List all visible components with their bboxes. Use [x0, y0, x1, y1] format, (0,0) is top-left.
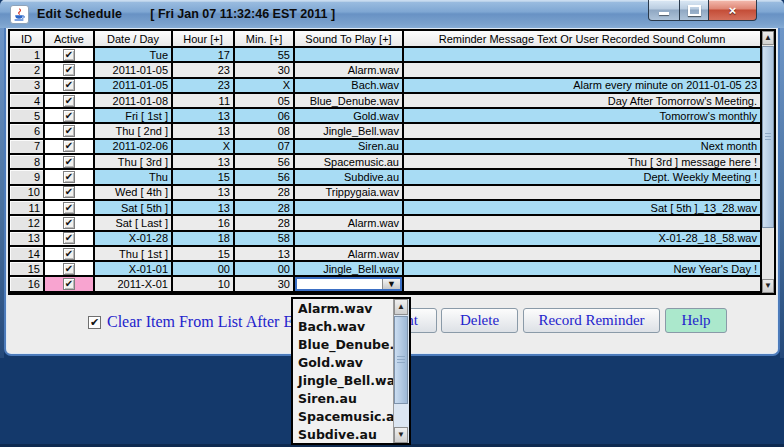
cell-id[interactable]: 4 [10, 94, 43, 107]
cell-date[interactable]: Thu [ 1st ] [95, 247, 171, 260]
cell-min[interactable]: 58 [235, 232, 293, 245]
dropdown-scrollbar[interactable]: ▲ ▼ [393, 299, 409, 443]
cell-sound[interactable] [295, 201, 402, 214]
cell-id[interactable]: 16 [10, 277, 43, 290]
cell-min[interactable]: 28 [235, 201, 293, 214]
cell-message[interactable]: Thu [ 3rd ] message here ! [404, 155, 760, 168]
cell-message[interactable]: Dept. Weekly Meeting ! [404, 170, 760, 183]
cell-message[interactable]: X-01-28_18_58.wav [404, 232, 760, 245]
cell-message[interactable]: New Year's Day ! [404, 262, 760, 275]
cell-message[interactable]: Tomorrow's monthly [404, 109, 760, 122]
cell-hour[interactable]: 10 [173, 277, 233, 290]
row-active-checkbox[interactable]: ✔ [63, 49, 75, 61]
cell-min[interactable]: 07 [235, 140, 293, 153]
row-active-checkbox[interactable]: ✔ [63, 125, 75, 137]
cell-date[interactable]: Thu [ 2nd ] [95, 124, 171, 137]
dropdown-item[interactable]: Siren.au [293, 389, 393, 407]
column-header-active[interactable]: Active [45, 31, 93, 46]
cell-active[interactable]: ✔ [45, 109, 93, 122]
cell-id[interactable]: 2 [10, 63, 43, 76]
cell-date[interactable]: Thu [95, 170, 171, 183]
cell-hour[interactable]: 00 [173, 262, 233, 275]
cell-active[interactable]: ✔ [45, 186, 93, 199]
cell-hour[interactable]: 15 [173, 247, 233, 260]
cell-active[interactable]: ✔ [45, 247, 93, 260]
table-scrollbar[interactable]: ▲ ▼ [760, 31, 774, 293]
cell-date[interactable]: 2011-X-01 [95, 277, 171, 290]
cell-message[interactable] [404, 216, 760, 229]
record-reminder-button[interactable]: Record Reminder [523, 308, 660, 333]
row-active-checkbox[interactable]: ✔ [63, 186, 75, 198]
cell-date[interactable]: Wed [ 4th ] [95, 186, 171, 199]
cell-sound[interactable]: Jingle_Bell.wav [295, 124, 402, 137]
cell-id[interactable]: 3 [10, 79, 43, 92]
column-header-hour[interactable]: Hour [+] [173, 31, 233, 46]
delete-button[interactable]: Delete [441, 308, 518, 333]
cell-active[interactable]: ✔ [45, 170, 93, 183]
cell-date[interactable]: 2011-01-05 [95, 79, 171, 92]
cell-hour[interactable]: 16 [173, 216, 233, 229]
cell-date[interactable]: 2011-02-06 [95, 140, 171, 153]
cell-message[interactable] [404, 124, 760, 137]
cell-sound[interactable]: Alarm.wav [295, 247, 402, 260]
cell-hour[interactable]: 13 [173, 186, 233, 199]
cell-hour[interactable]: 13 [173, 155, 233, 168]
row-active-checkbox[interactable]: ✔ [63, 156, 75, 168]
clear-item-checkbox[interactable]: ✔ [88, 316, 101, 329]
cell-min[interactable]: 28 [235, 186, 293, 199]
cell-min[interactable]: 00 [235, 262, 293, 275]
cell-sound[interactable] [295, 232, 402, 245]
cell-sound[interactable]: Jingle_Bell.wav [295, 262, 402, 275]
row-active-checkbox[interactable]: ✔ [63, 248, 75, 260]
row-active-checkbox[interactable]: ✔ [63, 95, 75, 107]
cell-date[interactable]: 2011-01-08 [95, 94, 171, 107]
cell-min[interactable]: 28 [235, 216, 293, 229]
row-active-checkbox[interactable]: ✔ [63, 110, 75, 122]
cell-id[interactable]: 12 [10, 216, 43, 229]
cell-hour[interactable]: 18 [173, 232, 233, 245]
cell-message[interactable]: Next month [404, 140, 760, 153]
dropdown-item[interactable]: Subdive.au [293, 425, 393, 443]
dropdown-item[interactable]: Spacemusic.au [293, 407, 393, 425]
cell-message[interactable] [404, 186, 760, 199]
combo-dropdown-icon[interactable]: ▼ [382, 279, 400, 288]
cell-hour[interactable]: 13 [173, 124, 233, 137]
cell-hour[interactable]: 13 [173, 109, 233, 122]
cell-date[interactable]: Tue [95, 48, 171, 61]
row-active-checkbox[interactable]: ✔ [63, 79, 75, 91]
cell-message[interactable]: Alarm every minute on 2011-01-05 23 [404, 79, 760, 92]
cell-sound[interactable]: Spacemusic.au [295, 155, 402, 168]
cell-hour[interactable]: 17 [173, 48, 233, 61]
column-header-message[interactable]: Reminder Message Text Or User Recorded S… [404, 31, 760, 46]
row-active-checkbox[interactable]: ✔ [63, 202, 75, 214]
cell-min[interactable]: 08 [235, 124, 293, 137]
cell-id[interactable]: 1 [10, 48, 43, 61]
cell-sound[interactable]: Gold.wav [295, 109, 402, 122]
maximize-button[interactable] [680, 0, 709, 21]
dropdown-scroll-up-icon[interactable]: ▲ [394, 299, 408, 315]
cell-id[interactable]: 11 [10, 201, 43, 214]
cell-min[interactable]: 30 [235, 63, 293, 76]
row-active-checkbox[interactable]: ✔ [63, 171, 75, 183]
help-button[interactable]: Help [665, 308, 727, 333]
cell-message[interactable] [404, 277, 760, 290]
cell-message[interactable] [404, 48, 760, 61]
scroll-down-icon[interactable]: ▼ [762, 279, 774, 293]
row-active-checkbox[interactable]: ✔ [63, 64, 75, 76]
row-active-checkbox[interactable]: ✔ [63, 217, 75, 229]
cell-sound[interactable]: Siren.au [295, 140, 402, 153]
cell-message[interactable]: Day After Tomorrow's Meeting. [404, 94, 760, 107]
row-active-checkbox[interactable]: ✔ [63, 263, 75, 275]
cell-message[interactable] [404, 247, 760, 260]
dropdown-item[interactable]: Blue_Denube.wav [293, 335, 393, 353]
cell-sound[interactable] [295, 48, 402, 61]
cell-min[interactable]: 56 [235, 170, 293, 183]
column-header-date[interactable]: Date / Day [95, 31, 171, 46]
cell-hour[interactable]: 15 [173, 170, 233, 183]
cell-date[interactable]: Sat [ Last ] [95, 216, 171, 229]
row-active-checkbox[interactable]: ✔ [63, 232, 75, 244]
cell-sound[interactable]: Bach.wav [295, 79, 402, 92]
cell-min[interactable]: 05 [235, 94, 293, 107]
cell-id[interactable]: 8 [10, 155, 43, 168]
cell-id[interactable]: 7 [10, 140, 43, 153]
